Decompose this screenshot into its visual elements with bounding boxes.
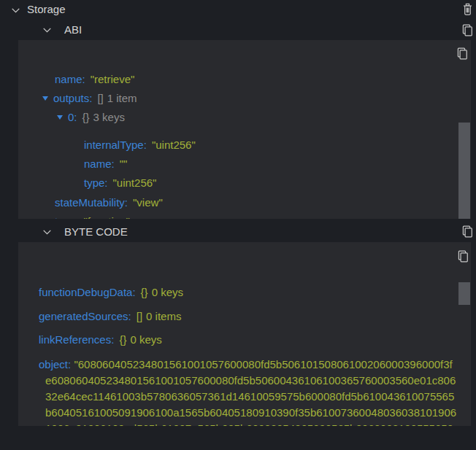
json-bracket: {} <box>119 333 126 346</box>
copy-icon[interactable] <box>456 47 469 61</box>
json-key: stateMutability: <box>55 196 128 209</box>
storage-section-title: Storage <box>27 3 66 16</box>
json-item-count: 0 items <box>146 310 181 322</box>
json-row-name: name:"retrieve" <box>55 73 134 85</box>
abi-scrollbar-thumb[interactable] <box>458 123 470 219</box>
json-key: 0: <box>68 111 77 123</box>
json-bracket: {} <box>141 286 148 298</box>
json-row-functiondebugdata: functionDebugData:{}0 keys <box>39 286 183 298</box>
json-row-internaltype: internalType:"uint256" <box>84 139 196 151</box>
json-item-count: 1 item <box>107 92 137 104</box>
json-row-outputs: outputs:[]1 item <box>42 92 137 104</box>
json-key: name: <box>84 158 115 170</box>
json-bracket: [] <box>137 310 142 322</box>
json-key: object: <box>39 358 71 371</box>
json-key: linkReferences: <box>39 333 114 346</box>
collapse-arrow-icon[interactable] <box>57 115 63 120</box>
json-key: outputs: <box>53 92 92 104</box>
json-string-value: "view" <box>133 196 163 209</box>
json-row-0: 0:{}3 keys <box>57 111 125 123</box>
json-row-generatedsources: generatedSources:[]0 items <box>39 310 181 322</box>
json-row-type: type:"uint256" <box>84 176 156 189</box>
json-row-statemutability: stateMutability:"view" <box>55 196 163 209</box>
json-row-linkreferences: linkReferences:{}0 keys <box>39 333 162 346</box>
abi-json-panel: name:"retrieve" outputs:[]1 item 0:{}3 k… <box>18 40 471 219</box>
bytecode-scrollbar-thumb[interactable] <box>458 282 470 305</box>
json-string-value: "function" <box>84 215 130 219</box>
abi-section-title: ABI <box>64 23 82 36</box>
chevron-down-icon[interactable] <box>41 24 53 36</box>
collapse-arrow-icon[interactable] <box>42 96 48 101</box>
bytecode-section-title: BYTE CODE <box>64 225 128 238</box>
json-key: type: <box>84 176 108 189</box>
json-bracket: [] <box>97 92 103 104</box>
bytecode-json-panel: functionDebugData:{}0 keys generatedSour… <box>18 242 471 426</box>
json-row-object: object: "608060405234801561001057600080f… <box>18 357 458 426</box>
copy-icon[interactable] <box>456 249 469 263</box>
json-string-value: "uint256" <box>113 176 157 189</box>
json-key: internalType: <box>84 139 147 151</box>
json-key: type: <box>55 215 79 219</box>
json-string-value: "uint256" <box>152 139 196 151</box>
json-row-type-function: type:"function" <box>55 215 130 219</box>
chevron-down-icon[interactable] <box>9 4 22 17</box>
json-key-count: 3 keys <box>93 111 125 123</box>
bytecode-hex-string: "608060405234801561001057600080fd5b50610… <box>45 358 457 426</box>
copy-icon[interactable] <box>461 23 474 37</box>
json-string-value: "retrieve" <box>91 73 135 85</box>
json-bracket: {} <box>82 111 90 123</box>
json-key-count: 0 keys <box>152 286 183 298</box>
json-string-value: "" <box>120 158 128 170</box>
chevron-down-icon[interactable] <box>41 226 53 238</box>
trash-icon[interactable] <box>461 3 474 16</box>
json-key: generatedSources: <box>39 310 131 322</box>
copy-icon[interactable] <box>461 225 474 238</box>
json-key: name: <box>55 73 85 85</box>
json-key: functionDebugData: <box>39 286 136 298</box>
json-key-count: 0 keys <box>130 333 161 346</box>
json-row-name-empty: name:"" <box>84 158 127 170</box>
